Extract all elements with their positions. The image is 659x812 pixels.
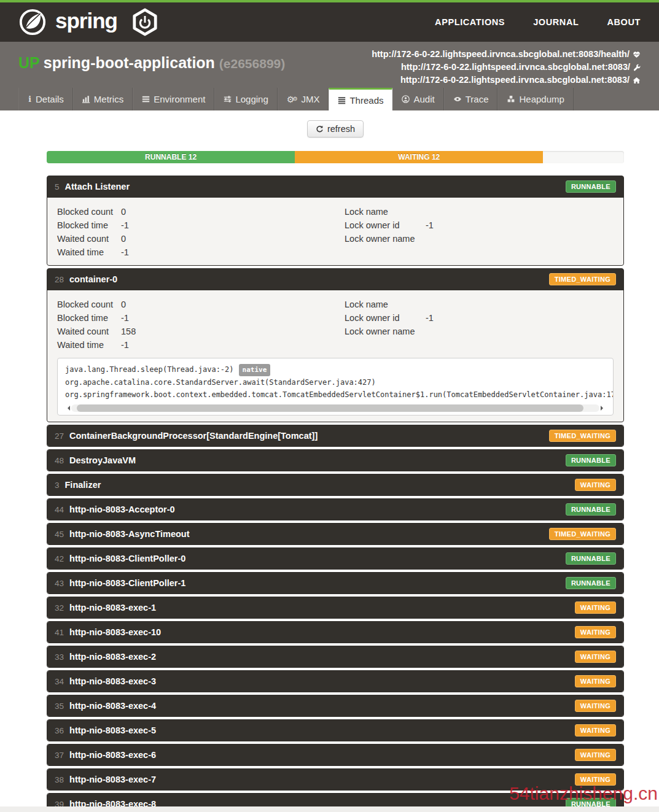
thread-row[interactable]: 5Attach ListenerRUNNABLE [47,176,623,197]
thread-row[interactable]: 42http-nio-8083-ClientPoller-0RUNNABLE [47,548,623,569]
thread-state-badge: WAITING [575,479,616,491]
instance-url-row: http://172-6-0-22.lightspeed.irvnca.sbcg… [372,48,641,61]
detail-row: Waited count158 [57,325,326,338]
thread-name: http-nio-8083-exec-3 [69,676,156,686]
sliders-icon [224,95,232,103]
thread-row[interactable]: 34http-nio-8083-exec-3WAITING [47,671,623,692]
instance-url-text: http://172-6-0-22.lightspeed.irvnca.sbcg… [400,74,630,87]
scrollbar-thumb[interactable] [77,404,584,412]
tab-details[interactable]: iDetails [18,88,73,110]
detail-label: Lock owner name [345,325,426,338]
instance-url-link[interactable]: http://172-6-0-22.lightspeed.irvnca.sbcg… [400,74,641,87]
thread-row[interactable]: 36http-nio-8083-exec-5WAITING [47,720,623,741]
eye-icon [453,95,462,103]
scrollbar-track[interactable] [71,404,599,412]
thread-name: container-0 [69,274,117,284]
thread-state-badge: WAITING [575,773,616,786]
scroll-left-arrow-icon[interactable] [65,406,70,411]
thread-state-badge: WAITING [575,700,616,712]
tab-label: Trace [466,94,489,104]
spring-brand[interactable]: spring [18,8,158,36]
detail-row: Lock owner id-1 [345,218,614,232]
nav-item-journal[interactable]: JOURNAL [533,17,579,27]
detail-row: Blocked time-1 [57,218,326,232]
refresh-icon [316,125,324,133]
detail-label: Lock owner name [345,232,426,246]
tab-label: Environment [154,94,205,104]
thread-row[interactable]: 3FinalizerWAITING [47,474,623,495]
thread-row[interactable]: 32http-nio-8083-exec-1WAITING [47,597,623,618]
thread-name: http-nio-8083-Acceptor-0 [69,505,175,514]
thread-name: DestroyJavaVM [69,455,136,465]
tab-logging[interactable]: Logging [214,88,277,110]
thread-id: 33 [55,652,64,662]
thread-row[interactable]: 48DestroyJavaVMRUNNABLE [47,450,623,471]
detail-row: Lock owner name [345,325,614,338]
detail-column-left: Blocked count0Blocked time-1Waited count… [57,205,326,259]
thread-panel: 27ContainerBackgroundProcessor[StandardE… [47,425,624,447]
thread-row[interactable]: 35http-nio-8083-exec-4WAITING [47,695,623,716]
application-name: spring-boot-application [44,54,215,71]
tab-label: Metrics [94,94,123,104]
application-header: UPspring-boot-application (e2656899) htt… [0,42,659,88]
tab-heapdump[interactable]: Heapdump [497,88,573,110]
thread-row[interactable]: 27ContainerBackgroundProcessor[StandardE… [47,425,623,446]
instance-url-link[interactable]: http://172-6-0-22.lightspeed.irvnca.sbcg… [401,61,641,74]
detail-row: Lock owner name [345,232,614,246]
tab-jmx[interactable]: ⚙⚙JMX [278,88,329,110]
thread-row[interactable]: 38http-nio-8083-exec-7WAITING [47,769,623,790]
instance-url-link[interactable]: http://172-6-0-22.lightspeed.irvnca.sbcg… [372,48,641,61]
detail-value: -1 [426,313,434,323]
thread-id: 35 [55,702,64,711]
tab-audit[interactable]: Audit [392,88,443,110]
nav-item-applications[interactable]: APPLICATIONS [435,17,505,27]
scroll-right-arrow-icon[interactable] [601,406,606,411]
thread-id: 28 [55,275,64,284]
thread-panel: 32http-nio-8083-exec-1WAITING [47,597,624,619]
tab-environment[interactable]: Environment [133,88,214,110]
thread-panel: 38http-nio-8083-exec-7WAITING [47,768,624,791]
top-navbar: spring APPLICATIONSJOURNALABOUT [0,0,659,42]
detail-label: Blocked count [57,205,121,218]
thread-id: 48 [55,456,64,465]
detail-row: Lock owner id-1 [345,311,614,325]
thread-detail-body: Blocked count0Blocked time-1Waited count… [47,197,623,265]
thread-id: 34 [55,677,64,686]
refresh-label: refresh [327,124,355,134]
thread-id: 32 [55,603,64,613]
detail-label: Lock name [345,205,426,218]
tab-trace[interactable]: Trace [444,88,498,110]
thread-row[interactable]: 28container-0TIMED_WAITING [47,269,623,290]
thread-name: http-nio-8083-exec-5 [69,725,156,735]
thread-row[interactable]: 33http-nio-8083-exec-2WAITING [47,646,623,667]
detail-column-left: Blocked count0Blocked time-1Waited count… [57,298,326,352]
thread-panel: 35http-nio-8083-exec-4WAITING [47,695,624,717]
thread-id: 37 [55,751,64,760]
thread-id: 44 [55,505,64,514]
detail-label: Blocked time [57,311,121,325]
detail-column-right: Lock nameLock owner id-1Lock owner name [345,298,614,352]
thread-row[interactable]: 45http-nio-8083-AsyncTimeoutTIMED_WAITIN… [47,524,623,544]
thread-name: http-nio-8083-exec-6 [69,750,156,760]
detail-label: Waited count [57,325,121,338]
nav-item-about[interactable]: ABOUT [607,17,641,27]
tab-threads[interactable]: Threads [329,88,392,110]
thread-name: Attach Listener [65,182,130,191]
thread-row[interactable]: 37http-nio-8083-exec-6WAITING [47,744,623,765]
tab-metrics[interactable]: Metrics [73,88,133,110]
cubes-icon [507,95,515,103]
thread-row[interactable]: 41http-nio-8083-exec-10WAITING [47,622,623,643]
thread-name: Finalizer [65,480,101,490]
thread-row[interactable]: 43http-nio-8083-ClientPoller-1RUNNABLE [47,573,623,594]
thread-row[interactable]: 44http-nio-8083-Acceptor-0RUNNABLE [47,499,623,520]
thread-state-badge: RUNNABLE [566,552,616,565]
detail-row: Blocked time-1 [57,311,326,325]
threadbar-segment-waiting: WAITING 12 [295,151,543,163]
detail-value: 158 [121,327,136,336]
stack-line-text: java.lang.Thread.sleep(Thread.java:-2) [65,365,234,374]
nav-links: APPLICATIONSJOURNALABOUT [435,17,641,27]
thread-state-badge: TIMED_WAITING [549,430,616,442]
detail-value: 0 [121,300,126,309]
gears-icon: ⚙⚙ [287,95,298,104]
refresh-button[interactable]: refresh [307,120,364,137]
